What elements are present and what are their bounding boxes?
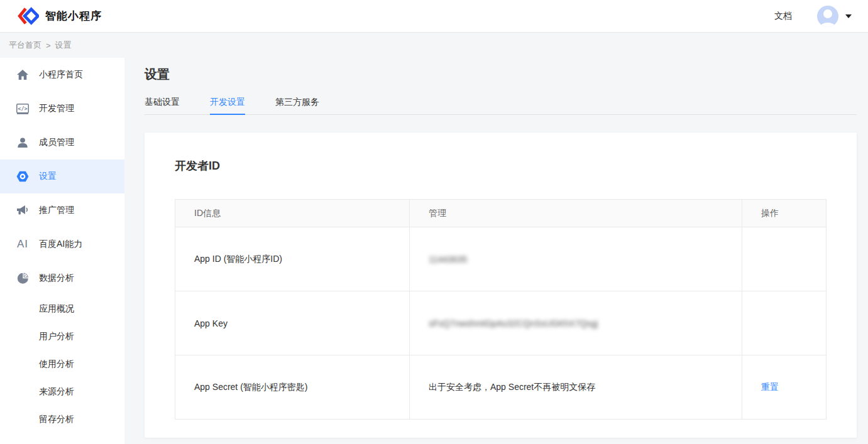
tab-third-party-services[interactable]: 第三方服务 [275,97,319,114]
table-row-app-key: App Key sFsQ7nwshmtGpAs32CQnSsUGKhX7Qsgj [175,291,827,355]
app-id-label: App ID (智能小程序ID) [175,227,410,291]
breadcrumb-current: 设置 [55,40,72,51]
page-title: 设置 [145,65,857,83]
sidebar-item-promotion[interactable]: 推广管理 [0,193,124,227]
sidebar-item-member-management[interactable]: 成员管理 [0,126,124,160]
table-header-row: ID信息 管理 操作 [175,200,827,227]
home-icon [16,70,30,80]
doc-link[interactable]: 文档 [774,11,792,22]
col-header-manage: 管理 [410,200,742,227]
code-icon: </> [16,104,30,114]
app-logo[interactable]: 智能小程序 [18,7,102,25]
sidebar-item-dev-management[interactable]: </> 开发管理 [0,92,124,126]
app-id-action-cell [742,227,827,291]
app-secret-label: App Secret (智能小程序密匙) [175,355,410,420]
reset-link[interactable]: 重置 [761,382,779,392]
sidebar-subitem-user-analysis[interactable]: 用户分析 [0,323,124,350]
megaphone-icon [16,205,30,215]
logo-text: 智能小程序 [45,9,102,23]
gear-icon [16,171,30,182]
breadcrumb-separator: > [46,41,51,50]
logo-icon [18,7,39,25]
table-row-app-secret: App Secret (智能小程序密匙) 出于安全考虑，App Secret不再… [175,355,827,420]
col-header-id-info: ID信息 [175,200,410,227]
top-bar: 智能小程序 文档 [0,0,868,33]
sidebar-subitem-usage-analysis[interactable]: 使用分析 [0,350,124,378]
ai-icon: AI [16,238,30,251]
svg-text:</>: </> [18,106,27,112]
avatar[interactable] [817,6,838,27]
sidebar: 小程序首页 </> 开发管理 成员管理 [0,58,124,444]
sidebar-subitem-app-overview[interactable]: 应用概况 [0,295,124,323]
sidebar-subitem-retention-analysis[interactable]: 留存分析 [0,406,124,433]
breadcrumb-platform-home[interactable]: 平台首页 [9,40,41,51]
col-header-action: 操作 [742,200,827,227]
sidebar-subitem-source-analysis[interactable]: 来源分析 [0,378,124,406]
sidebar-item-miniprogram-home[interactable]: 小程序首页 [0,58,124,92]
sidebar-item-data-analysis[interactable]: 数据分析 [0,261,124,295]
table-row-app-id: App ID (智能小程序ID) 11443635 [175,227,827,291]
developer-id-table: ID信息 管理 操作 App ID (智能小程序ID) 11443635 App… [175,199,827,420]
tab-dev-settings[interactable]: 开发设置 [210,97,245,114]
tab-bar: 基础设置 开发设置 第三方服务 [145,97,857,115]
tab-basic-settings[interactable]: 基础设置 [145,97,180,114]
main-content: 设置 基础设置 开发设置 第三方服务 开发者ID ID信息 管理 操作 [124,58,868,444]
app-secret-note: 出于安全考虑，App Secret不再被明文保存 [410,355,742,420]
sidebar-item-settings[interactable]: 设置 [0,160,124,193]
app-id-value: 11443635 [429,254,467,264]
chevron-down-icon[interactable] [845,14,852,18]
pie-chart-icon [16,273,30,284]
avatar-person-icon [823,9,832,18]
app-key-label: App Key [175,291,410,355]
section-title: 开发者ID [175,159,827,173]
developer-id-card: 开发者ID ID信息 管理 操作 App ID (智能小程序ID) 114436… [145,133,857,438]
sidebar-item-baidu-ai[interactable]: AI 百度AI能力 [0,227,124,261]
app-key-value: sFsQ7nwshmtGpAs32CQnSsUGKhX7Qsgj [429,318,598,328]
breadcrumb: 平台首页 > 设置 [0,33,868,58]
app-key-action-cell [742,291,827,355]
user-icon [16,138,30,148]
